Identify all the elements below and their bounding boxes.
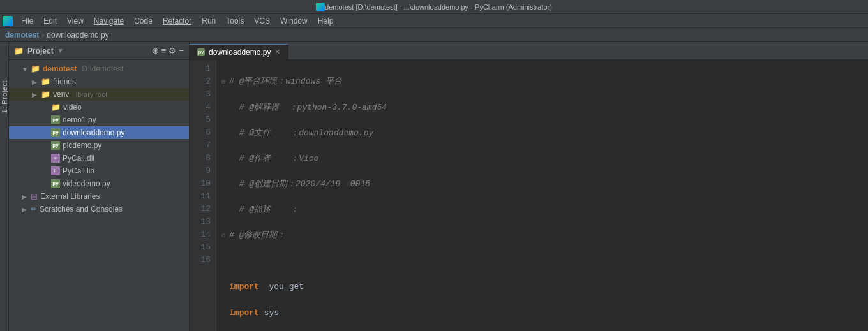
menu-view[interactable]: View bbox=[63, 15, 88, 27]
code-line-5: # @创建日期：2020/4/19 0015 bbox=[221, 178, 868, 191]
menu-help[interactable]: Help bbox=[313, 15, 338, 27]
code-line-3: # @文件 ：downloaddemo.py bbox=[221, 127, 868, 140]
picdemo-icon: py bbox=[51, 141, 60, 150]
code-line-9: ⊖ import you_get bbox=[221, 281, 868, 294]
title-text: demotest [D:\demotest] - ...\downloaddem… bbox=[325, 3, 552, 11]
line-6-text: # @描述 ： bbox=[229, 203, 299, 216]
code-line-4: # @作者 ：Vico bbox=[221, 152, 868, 165]
tree-external-libraries[interactable]: ▶ ⊞ External Libraries bbox=[9, 190, 189, 203]
tree-item-downloaddemo[interactable]: ▶ py downloaddemo.py bbox=[9, 126, 189, 139]
menu-bar: File Edit View Navigate Code Refactor Ru… bbox=[0, 14, 868, 28]
video-label: video bbox=[63, 103, 82, 112]
editor-area: py downloaddemo.py ✕ 1 2 3 4 5 6 7 8 9 1… bbox=[190, 42, 868, 331]
menu-edit[interactable]: Edit bbox=[39, 15, 61, 27]
demo1-label: demo1.py bbox=[63, 115, 96, 124]
locate-icon[interactable]: ⊕ bbox=[152, 46, 159, 55]
project-tab-label[interactable]: 1: Project bbox=[1, 80, 8, 113]
friends-folder-icon: 📁 bbox=[41, 77, 50, 86]
line-8-text bbox=[229, 255, 234, 268]
ext-lib-label: External Libraries bbox=[40, 192, 100, 201]
fold-1[interactable]: ⊖ bbox=[221, 76, 229, 89]
project-panel-title: Project bbox=[27, 47, 54, 55]
editor-tab-downloaddemo[interactable]: py downloaddemo.py ✕ bbox=[190, 44, 288, 59]
pycalldll-icon: dll bbox=[51, 154, 60, 163]
breadcrumb-project[interactable]: demotest bbox=[5, 31, 39, 40]
line-2-text: # @解释器 ：python-3.7.0-amd64 bbox=[229, 101, 387, 114]
line-1-text: # @平台环境：windows 平台 bbox=[229, 75, 342, 88]
root-path: D:\demotest bbox=[82, 64, 123, 73]
tree-item-venv[interactable]: ▶ 📁 venv library root bbox=[9, 88, 189, 101]
menu-tools[interactable]: Tools bbox=[221, 15, 248, 27]
project-tree: ▼ 📁 demotest D:\demotest ▶ 📁 friends ▶ 📁… bbox=[9, 60, 189, 331]
menu-navigate[interactable]: Navigate bbox=[89, 15, 128, 27]
code-line-1: ⊖ # @平台环境：windows 平台 bbox=[221, 75, 868, 89]
menu-window[interactable]: Window bbox=[276, 15, 312, 27]
code-line-2: # @解释器 ：python-3.7.0-amd64 bbox=[221, 101, 868, 114]
title-bar: demotest [D:\demotest] - ...\downloaddem… bbox=[0, 0, 868, 14]
videodemo-icon: py bbox=[51, 179, 60, 188]
tree-item-pycalllib[interactable]: ▶ lib PyCall.lib bbox=[9, 165, 189, 177]
downloaddemo-label: downloaddemo.py bbox=[63, 128, 124, 137]
root-arrow: ▼ bbox=[22, 66, 28, 73]
picdemo-label: picdemo.py bbox=[63, 141, 101, 150]
pycalllib-label: PyCall.lib bbox=[63, 166, 94, 175]
venv-folder-icon: 📁 bbox=[41, 90, 50, 99]
tree-scratches[interactable]: ▶ ✏ Scratches and Consoles bbox=[9, 203, 189, 216]
ext-arrow: ▶ bbox=[22, 193, 28, 200]
project-panel: 📁 Project ▼ ⊕ ≡ ⚙ − ▼ 📁 demotest D:\demo… bbox=[9, 42, 190, 331]
fold-7[interactable]: ⊖ bbox=[221, 230, 229, 242]
app-icon bbox=[3, 16, 13, 26]
menu-run[interactable]: Run bbox=[197, 15, 220, 27]
breadcrumb-file[interactable]: downloaddemo.py bbox=[47, 31, 108, 40]
code-content[interactable]: ⊖ # @平台环境：windows 平台 # @解释器 ：python-3.7.… bbox=[216, 60, 868, 331]
scratches-label: Scratches and Consoles bbox=[40, 205, 123, 214]
tree-item-videodemo[interactable]: ▶ py videodemo.py bbox=[9, 177, 189, 190]
tree-item-picdemo[interactable]: ▶ py picdemo.py bbox=[9, 139, 189, 152]
scratches-arrow: ▶ bbox=[22, 206, 28, 213]
vertical-tab-strip: 1: Project bbox=[0, 42, 9, 331]
tab-py-icon: py bbox=[197, 48, 205, 56]
main-layout: 1: Project 📁 Project ▼ ⊕ ≡ ⚙ − ▼ 📁 demot… bbox=[0, 42, 868, 331]
code-editor[interactable]: 1 2 3 4 5 6 7 8 9 10 11 12 13 14 15 16 ⊖… bbox=[190, 60, 868, 331]
ext-lib-icon: ⊞ bbox=[31, 192, 38, 202]
code-line-7: ⊖ # @修改日期： bbox=[221, 229, 868, 242]
line-numbers: 1 2 3 4 5 6 7 8 9 10 11 12 13 14 15 16 bbox=[190, 60, 216, 331]
project-header-icons: ⊕ ≡ ⚙ − bbox=[152, 46, 184, 55]
collapse-icon[interactable]: ≡ bbox=[161, 46, 167, 55]
menu-refactor[interactable]: Refactor bbox=[158, 15, 196, 27]
tree-item-demo1[interactable]: ▶ py demo1.py bbox=[9, 114, 189, 126]
line-10-text: import sys bbox=[229, 307, 279, 320]
downloaddemo-icon: py bbox=[51, 128, 60, 137]
settings-icon[interactable]: ⚙ bbox=[168, 46, 176, 55]
line-3-text: # @文件 ：downloaddemo.py bbox=[229, 127, 373, 140]
line-9-text: import you_get bbox=[229, 281, 304, 293]
code-line-10: ⊖ import sys bbox=[221, 307, 868, 320]
scratches-icon: ✏ bbox=[31, 205, 37, 214]
demo1-icon: py bbox=[51, 115, 60, 124]
tree-item-pycalldll[interactable]: ▶ dll PyCall.dll bbox=[9, 152, 189, 165]
menu-vcs[interactable]: VCS bbox=[250, 15, 274, 27]
friends-arrow: ▶ bbox=[32, 78, 38, 85]
project-panel-header: 📁 Project ▼ ⊕ ≡ ⚙ − bbox=[9, 42, 189, 60]
line-5-text: # @创建日期：2020/4/19 0015 bbox=[229, 178, 370, 191]
venv-arrow: ▶ bbox=[32, 91, 38, 98]
root-label: demotest bbox=[43, 64, 77, 73]
root-folder-icon: 📁 bbox=[31, 64, 40, 73]
tree-item-friends[interactable]: ▶ 📁 friends bbox=[9, 75, 189, 88]
minimize-icon[interactable]: − bbox=[179, 46, 184, 55]
friends-label: friends bbox=[53, 77, 76, 86]
code-line-6: # @描述 ： bbox=[221, 203, 868, 216]
pycharm-logo bbox=[316, 3, 325, 11]
tab-bar: py downloaddemo.py ✕ bbox=[190, 42, 868, 60]
menu-file[interactable]: File bbox=[17, 15, 38, 27]
pycalldll-label: PyCall.dll bbox=[63, 154, 94, 163]
line-7-text: # @修改日期： bbox=[229, 229, 285, 242]
breadcrumb-bar: demotest › downloaddemo.py bbox=[0, 28, 868, 42]
tree-root[interactable]: ▼ 📁 demotest D:\demotest bbox=[9, 63, 189, 75]
tree-item-video[interactable]: ▶ 📁 video bbox=[9, 101, 189, 114]
video-folder-icon: 📁 bbox=[51, 103, 61, 112]
tab-close-icon[interactable]: ✕ bbox=[274, 48, 280, 56]
menu-code[interactable]: Code bbox=[130, 15, 157, 27]
tab-label: downloaddemo.py bbox=[209, 48, 271, 57]
pycalllib-icon: lib bbox=[51, 166, 60, 175]
